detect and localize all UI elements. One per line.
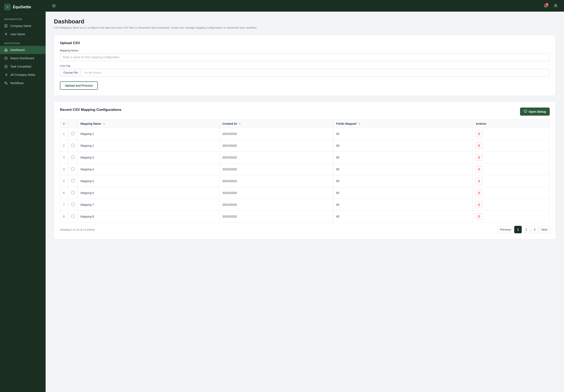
row-num: 6 [60,187,69,199]
page-button-3[interactable]: 3 [531,226,538,233]
sidebar-item-user[interactable]: User Name [0,30,46,38]
mappings-table: # Mapping Name ▼ Created At ▼ Fields Map… [60,119,550,223]
sidebar-item-tasks[interactable]: Task Completed [0,62,46,71]
tasks-label: Task Completed [10,65,31,68]
row-checkbox[interactable] [71,203,74,206]
prev-page-button[interactable]: Previous [498,226,513,233]
sidebar-item-company[interactable]: Company Name [0,22,46,30]
row-checkbox-cell[interactable] [69,152,78,163]
open-debug-button[interactable]: Open Debug [520,108,550,116]
debug-btn-label: Open Debug [529,110,546,113]
svg-point-16 [555,4,556,6]
company-label: Company Name [10,24,31,27]
row-fields-mapped: 65 [333,187,473,199]
table-row: 4 Mapping 4 20/10/2020 65 [60,163,550,175]
row-checkbox-cell[interactable] [69,140,78,152]
next-page-button[interactable]: Next [539,226,550,233]
sidebar-item-workflows[interactable]: Workflows [0,79,46,87]
pagination-buttons: Previous 1 2 3 Next [498,226,550,233]
row-checkbox[interactable] [71,156,74,159]
upload-section-title: Upload CSV [60,41,550,45]
table-row: 7 Mapping 7 20/10/2020 65 [60,199,550,211]
topbar: 3 [46,0,564,12]
sidebar-item-dashboard[interactable]: Dashboard [0,46,46,54]
home-icon [4,48,8,52]
delete-button[interactable] [476,142,482,149]
delete-button[interactable] [476,154,482,161]
delete-button[interactable] [476,213,482,220]
row-checkbox-cell[interactable] [69,175,78,187]
content-area: Dashboard CSV Mappings allow you to conf… [46,12,564,392]
row-checkbox-cell[interactable] [69,187,78,199]
page-button-1[interactable]: 1 [514,226,522,233]
check-square-icon [4,65,8,68]
main-area: 3 Dashboard CSV Mappings allow you to co… [46,0,564,392]
page-description: CSV Mappings allow you to configure how … [54,26,556,29]
col-created-at: Created At ▼ [219,120,333,128]
row-checkbox-cell[interactable] [69,211,78,223]
row-checkbox-cell[interactable] [69,199,78,211]
row-actions [473,199,550,211]
user-avatar-button[interactable] [552,2,559,9]
file-input-wrapper: Choose File No file chosen [60,69,550,76]
row-mapping-name: Mapping 7 [78,199,219,211]
sort-icon-fields: ▼ [358,122,360,125]
topbar-left [51,2,57,9]
svg-rect-17 [524,110,527,112]
row-checkbox[interactable] [71,144,74,147]
row-actions [473,187,550,199]
row-num: 8 [60,211,69,223]
row-created-at: 20/10/2020 [219,140,333,152]
row-fields-mapped: 65 [333,175,473,187]
row-actions [473,211,550,223]
row-fields-mapped: 65 [333,128,473,140]
row-checkbox[interactable] [71,179,74,182]
mapping-name-input[interactable] [60,53,550,61]
table-card: Recent CSV Mapping Configurations Open D… [54,102,556,239]
chart-icon [4,56,8,60]
menu-button[interactable] [51,2,57,9]
delete-button[interactable] [476,189,482,196]
row-mapping-name: Mapping 2 [78,140,219,152]
row-fields-mapped: 65 [333,152,473,163]
delete-button[interactable] [476,131,482,137]
csv-file-label: CSV File [60,65,550,68]
choose-file-button[interactable]: Choose File [60,69,81,76]
brand-name: ÉquiSettle [13,5,31,9]
workflow-icon [4,81,8,85]
row-num: 7 [60,199,69,211]
user-label: User Name [10,33,25,36]
row-checkbox[interactable] [71,167,74,171]
svg-point-2 [5,33,6,34]
delete-button[interactable] [476,166,482,173]
file-name-display: No file chosen [81,69,104,76]
row-checkbox-cell[interactable] [69,163,78,175]
col-actions: Actions [473,120,550,128]
list-icon [4,73,8,77]
row-fields-mapped: 65 [333,211,473,223]
row-mapping-name: Mapping 4 [78,163,219,175]
pagination-row: Showing 1 to 10 of 14 entries Previous 1… [60,223,550,233]
row-checkbox-cell[interactable] [69,128,78,140]
page-button-2[interactable]: 2 [522,226,530,233]
upload-process-button[interactable]: Upload and Process [60,81,98,90]
row-actions [473,140,550,152]
user-icon [4,32,8,36]
delete-button[interactable] [476,178,482,184]
table-header-row: Recent CSV Mapping Configurations Open D… [60,108,550,116]
col-num: # [60,120,69,128]
debts-label: All Company Debts [10,73,35,76]
logo-icon: ≡ [4,4,11,10]
sidebar-item-report[interactable]: Report Dashboard [0,54,46,62]
sort-icon-created: ▼ [239,122,241,125]
sidebar: ≡ ÉquiSettle Information Company Name Us… [0,0,46,392]
row-checkbox[interactable] [71,215,74,218]
row-checkbox[interactable] [71,191,74,194]
delete-button[interactable] [476,201,482,208]
table-row: 1 Mapping 1 20/10/2020 65 [60,128,550,140]
sidebar-item-debts[interactable]: All Company Debts [0,71,46,79]
brand-logo[interactable]: ≡ ÉquiSettle [0,0,46,14]
notification-button[interactable]: 3 [542,2,549,9]
row-checkbox[interactable] [71,132,74,135]
row-actions [473,163,550,175]
